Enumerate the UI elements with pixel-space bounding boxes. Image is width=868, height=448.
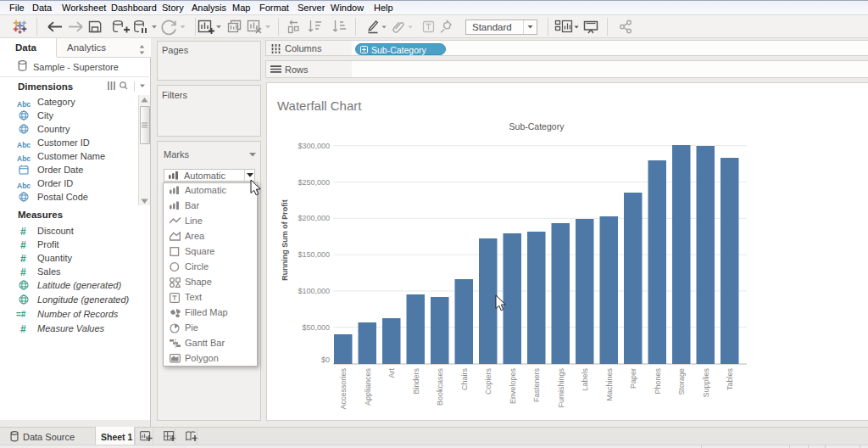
svg-text:$250,000: $250,000	[298, 178, 330, 187]
svg-text:Tables: Tables	[726, 368, 734, 391]
svg-text:Paper: Paper	[629, 368, 637, 389]
svg-text:Chairs: Chairs	[460, 368, 469, 391]
svg-text:$50,000: $50,000	[302, 323, 330, 332]
svg-text:Copiers: Copiers	[484, 368, 492, 395]
svg-text:$0: $0	[321, 356, 330, 364]
svg-text:Appliances: Appliances	[364, 368, 372, 406]
svg-text:Art: Art	[387, 368, 396, 378]
svg-text:Phones: Phones	[654, 368, 662, 395]
svg-text:$100,000: $100,000	[298, 287, 330, 295]
svg-text:Labels: Labels	[581, 368, 589, 391]
svg-text:Accessories: Accessories	[339, 368, 348, 410]
svg-text:Running Sum of Profit: Running Sum of Profit	[281, 199, 289, 280]
svg-text:$200,000: $200,000	[298, 214, 330, 222]
svg-text:Binders: Binders	[412, 368, 420, 395]
svg-text:Bookcases: Bookcases	[436, 368, 444, 406]
svg-text:Supplies: Supplies	[702, 368, 710, 398]
svg-text:Storage: Storage	[677, 368, 686, 395]
svg-text:Envelopes: Envelopes	[509, 368, 517, 405]
svg-text:$300,000: $300,000	[298, 142, 330, 150]
svg-text:Sub-Category: Sub-Category	[509, 121, 565, 132]
svg-text:Machines: Machines	[605, 368, 614, 401]
svg-text:$150,000: $150,000	[298, 250, 330, 259]
svg-text:Furnishings: Furnishings	[557, 368, 565, 408]
svg-text:Fasteners: Fasteners	[532, 368, 541, 403]
